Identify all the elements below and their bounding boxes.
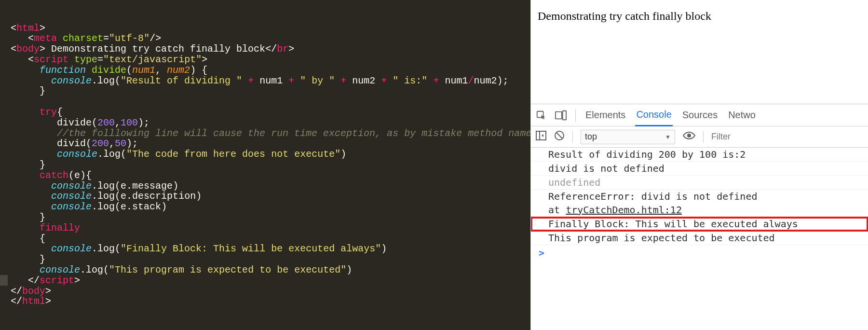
toolbar-separator xyxy=(703,131,704,143)
tab-console[interactable]: Console xyxy=(635,104,672,126)
tab-network[interactable]: Netwo xyxy=(727,105,757,125)
console-line-highlight: Finally Block: This will be executed alw… xyxy=(531,217,868,231)
devtools-tabbar: Elements Console Sources Netwo xyxy=(531,104,868,126)
browser-pane: Demonstrating try catch finally block El… xyxy=(530,0,868,330)
gutter-marker xyxy=(0,275,8,286)
context-select[interactable]: top ▼ xyxy=(581,130,675,144)
rendered-page: Demonstrating try catch finally block xyxy=(531,0,868,104)
console-line: divid is not defined xyxy=(531,162,868,176)
context-value: top xyxy=(585,132,597,142)
console-line: undefined xyxy=(531,176,868,190)
svg-rect-1 xyxy=(556,111,562,119)
console-output[interactable]: Result of dividing 200 by 100 is:2 divid… xyxy=(531,148,868,330)
page-heading: Demonstrating try catch finally block xyxy=(538,10,711,22)
tab-elements[interactable]: Elements xyxy=(584,105,626,125)
console-line-error: ReferenceError: divid is not defined at … xyxy=(531,190,868,217)
sidebar-toggle-icon[interactable] xyxy=(536,131,546,143)
device-toggle-icon[interactable] xyxy=(555,110,567,121)
console-line: Result of dividing 200 by 100 is:2 xyxy=(531,148,868,162)
chevron-down-icon: ▼ xyxy=(665,134,671,140)
svg-point-5 xyxy=(688,134,691,137)
toolbar-separator xyxy=(575,109,576,122)
tab-sources[interactable]: Sources xyxy=(681,105,719,125)
console-line: This program is expected to be executed xyxy=(531,231,868,245)
console-prompt[interactable]: > xyxy=(531,245,868,260)
console-filter-input[interactable] xyxy=(711,132,760,142)
svg-rect-3 xyxy=(536,131,546,140)
toolbar-separator xyxy=(572,131,573,143)
inspect-icon[interactable] xyxy=(536,110,546,121)
eye-icon[interactable] xyxy=(683,131,695,142)
console-toolbar: top ▼ xyxy=(531,126,868,148)
stack-location-link[interactable]: tryCatchDemo.html:12 xyxy=(566,204,682,216)
svg-rect-2 xyxy=(563,110,566,119)
code-editor[interactable]: <html> <meta charset="utf-8"/> <body> De… xyxy=(0,0,530,330)
clear-console-icon[interactable] xyxy=(554,130,565,143)
